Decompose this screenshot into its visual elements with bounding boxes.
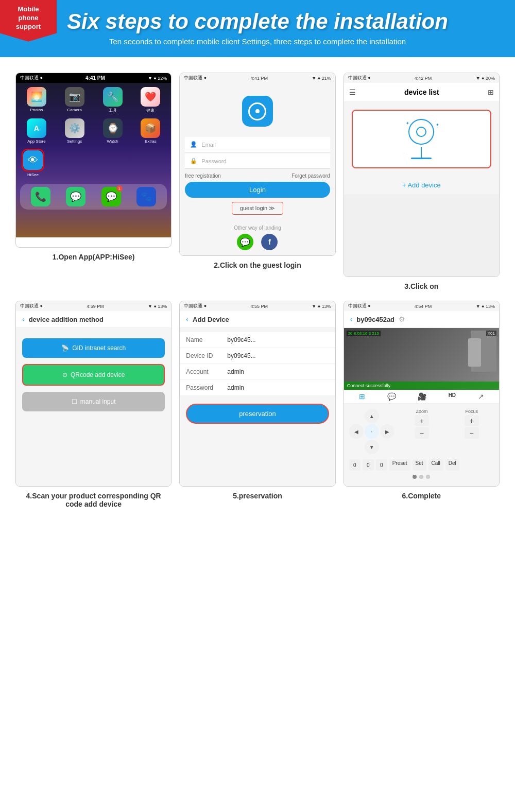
dock-phone[interactable]: 📞 (31, 187, 50, 206)
ptz-center-btn[interactable]: · (365, 424, 379, 439)
app-camera[interactable]: 📷 Camera (58, 87, 91, 113)
focus-in-btn[interactable]: + (465, 415, 479, 426)
step-6-container: 中国联通 ● 4:54 PM ▼ ● 13% ‹ by09c452ad ⚙ (344, 301, 500, 508)
ptz-down-btn[interactable]: ▼ (365, 440, 379, 454)
app-hisee[interactable]: 👁 HiSee (20, 149, 46, 177)
header-subtitle: Ten seconds to complete mobile client Se… (10, 37, 505, 46)
password-value: admin (227, 384, 244, 391)
guest-login-button[interactable]: guest login ≫ (232, 202, 283, 215)
step4-back-icon[interactable]: ‹ (22, 315, 25, 323)
preset-btn[interactable]: Preset (389, 459, 410, 471)
wechat-login-icon[interactable]: 💬 (237, 234, 253, 250)
deviceid-label: Device ID (186, 352, 219, 359)
camera-base (411, 158, 432, 159)
expand-ctrl-icon[interactable]: ↗ (478, 392, 484, 401)
add-device-button[interactable]: + Add device (344, 176, 499, 194)
steps-row-1: 中国联通 ● 4:41 PM ▼ ● 22% 🌅 Photos 📷 (15, 73, 500, 290)
dock-baidu[interactable]: 🐾 (136, 187, 156, 206)
camera-stand (421, 147, 422, 158)
app-settings[interactable]: ⚙️ Settings (58, 118, 91, 144)
settings-icon: ⚙️ (65, 118, 84, 138)
step5-icons: ▼ ● 13% (312, 304, 331, 309)
free-registration-link[interactable]: free registration (185, 173, 220, 179)
dot-3 (426, 475, 430, 479)
camera-label: Camera (67, 108, 82, 112)
dock-messages[interactable]: 💬 (66, 187, 85, 206)
video-ctrl-icon[interactable]: 🎥 (418, 392, 426, 401)
qr-btn-label: QRcode add device (71, 371, 125, 378)
ptz-right-btn[interactable]: ▶ (380, 424, 394, 439)
step5-header: ‹ Add Device (180, 311, 335, 328)
dot-1 (413, 475, 417, 479)
step4-status-bar: 中国联通 ● 4:59 PM ▼ ● 13% (16, 301, 171, 311)
del-btn[interactable]: Del (445, 459, 459, 471)
gid-btn[interactable]: 📡 GID intranet search (22, 338, 165, 358)
app-photos[interactable]: 🌅 Photos (20, 87, 53, 113)
chat-ctrl-icon[interactable]: 💬 (387, 392, 396, 401)
hisee-highlight-border: 👁 (22, 149, 44, 171)
device-placeholder: ✦ · ✦ · (352, 110, 491, 168)
step5-status-bar: 中国联通 ● 4:55 PM ▼ ● 13% (180, 301, 335, 311)
app-watch[interactable]: ⌚ Watch (96, 118, 129, 144)
app-appstore[interactable]: A App Store (20, 118, 53, 144)
zoom-out-btn[interactable]: − (415, 427, 429, 439)
zoom-label: Zoom (400, 409, 444, 414)
forget-password-link[interactable]: Forget password (291, 173, 330, 179)
app-extras[interactable]: 📦 Extras (134, 118, 167, 144)
step6-title: by09c452ad (356, 316, 394, 323)
step6-back-icon[interactable]: ‹ (350, 315, 353, 323)
hisee-label: HiSee (27, 172, 39, 177)
step1-status-bar: 中国联通 ● 4:41 PM ▼ ● 22% (16, 73, 171, 83)
ios-home-screen: 🌅 Photos 📷 Camera 🔧 工具 ❤️ (16, 83, 171, 237)
save-preservation-button[interactable]: preservation (186, 404, 329, 424)
password-placeholder: Password (201, 158, 226, 164)
manual-icon: ☐ (72, 398, 77, 405)
step-5-label: 5.preservation (179, 492, 335, 500)
zoom-out-row: − (400, 427, 444, 439)
ptz-up-btn[interactable]: ▲ (365, 409, 379, 423)
step5-back-icon[interactable]: ‹ (186, 315, 188, 323)
complete-screen: ‹ by09c452ad ⚙ 20 8:03:16 3 213 X01 (344, 311, 499, 486)
step4-header: ‹ device addition method (16, 311, 171, 328)
login-button[interactable]: Login (185, 182, 330, 198)
ptz-empty-br (380, 440, 394, 454)
focus-buttons: + (449, 415, 494, 426)
focus-out-row: − (449, 427, 494, 439)
form-row-deviceid: Device ID by09c45... (180, 348, 335, 364)
password-field-display[interactable]: 🔒 Password (185, 153, 330, 169)
facebook-login-icon[interactable]: f (261, 234, 278, 250)
step6-time: 4:54 PM (415, 304, 432, 309)
health-icon: ❤️ (141, 87, 160, 107)
focus-out-btn[interactable]: − (465, 427, 479, 439)
email-placeholder: Email (201, 142, 216, 148)
other-landing-text: Other way of landing (185, 225, 330, 231)
layout-icon[interactable]: ⊞ (488, 88, 494, 96)
grid-ctrl-icon[interactable]: ⊞ (359, 392, 365, 401)
qr-btn[interactable]: ⊙ QRcode add device (22, 364, 165, 386)
manual-btn[interactable]: ☐ manual input (22, 392, 165, 411)
ptz-controls: ▲ ◀ · ▶ ▼ Zoom (344, 404, 499, 459)
call-btn[interactable]: Call (428, 459, 443, 471)
focus-label: Focus (449, 409, 494, 414)
set-btn[interactable]: Set (413, 459, 426, 471)
step6-gear-icon[interactable]: ⚙ (399, 315, 405, 323)
step6-header: ‹ by09c452ad ⚙ (344, 311, 499, 328)
step3-status-bar: 中国联通 ● 4:42 PM ▼ ● 20% (344, 73, 499, 83)
hd-ctrl-icon[interactable]: HD (449, 392, 456, 401)
zoom-in-btn[interactable]: + (415, 415, 429, 426)
feed-label: X01 (486, 331, 496, 336)
preset-num-0c: 0 (376, 459, 387, 471)
hamburger-icon[interactable]: ☰ (349, 88, 356, 96)
dock-wechat[interactable]: 💬 1 (101, 187, 121, 206)
app-health[interactable]: ❤️ 健康 (134, 87, 167, 113)
step-3-label: 3.Click on (344, 282, 500, 290)
manual-btn-label: manual input (80, 398, 116, 405)
health-label: 健康 (146, 108, 154, 113)
device-list-screen: ☰ device list ⊞ ✦ · ✦ · (344, 83, 499, 277)
appstore-label: App Store (27, 139, 46, 144)
password-icon: 🔒 (190, 158, 197, 164)
header-banner: Mobile phone support Six steps to comple… (0, 0, 515, 57)
email-field-display[interactable]: 👤 Email (185, 137, 330, 152)
ptz-left-btn[interactable]: ◀ (349, 424, 364, 439)
app-tools[interactable]: 🔧 工具 (96, 87, 129, 113)
